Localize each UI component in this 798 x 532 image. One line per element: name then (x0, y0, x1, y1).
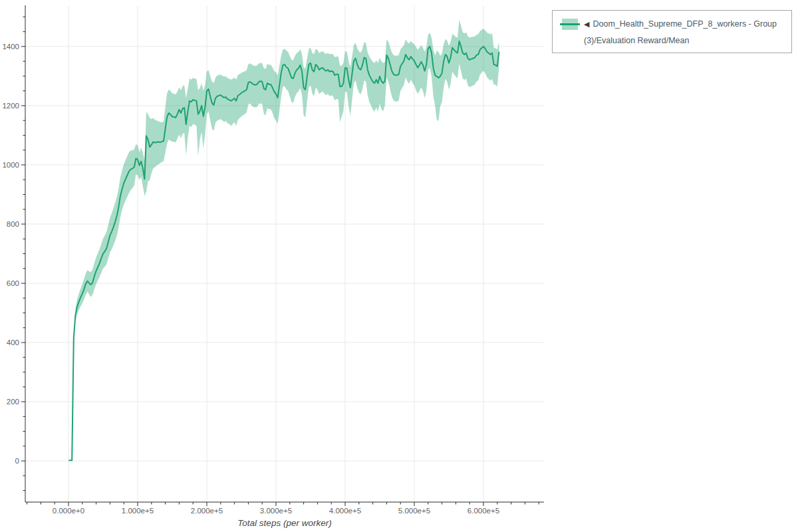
y-tick-label: 200 (7, 398, 19, 406)
legend-box: ◀Doom_Health_Supreme_DFP_8_workers - Gro… (552, 10, 792, 53)
mean-line (69, 41, 499, 460)
y-tick-label: 800 (7, 220, 19, 228)
x-tick-label: 6.000e+5 (467, 507, 499, 515)
y-tick-label: 600 (7, 279, 19, 287)
y-tick-label: 1400 (2, 43, 19, 51)
tick-labels: 0.000e+01.000e+52.000e+53.000e+54.000e+5… (2, 43, 499, 515)
x-tick-label: 1.000e+5 (122, 507, 154, 515)
y-tick-label: 0 (15, 457, 19, 465)
legend-line-swatch (560, 23, 580, 25)
confidence-band (75, 20, 499, 322)
legend-series-swatch (560, 19, 580, 30)
x-axis-title: Total steps (per worker) (237, 518, 331, 528)
x-tick-label: 0.000e+0 (53, 507, 84, 515)
y-tick-label: 400 (7, 338, 19, 346)
legend-item[interactable]: ◀Doom_Health_Supreme_DFP_8_workers - Gro… (584, 16, 785, 49)
legend-series-label: Doom_Health_Supreme_DFP_8_workers - Grou… (584, 19, 777, 45)
y-tick-label: 1000 (2, 161, 19, 169)
x-tick-label: 4.000e+5 (329, 507, 361, 515)
x-tick-label: 3.000e+5 (260, 507, 292, 515)
chart-page: 0.000e+01.000e+52.000e+53.000e+54.000e+5… (0, 0, 798, 532)
legend-collapse-icon[interactable]: ◀ (584, 20, 589, 28)
x-tick-label: 2.000e+5 (191, 507, 223, 515)
reward-chart[interactable]: 0.000e+01.000e+52.000e+53.000e+54.000e+5… (0, 0, 798, 532)
x-tick-label: 5.000e+5 (398, 507, 430, 515)
y-tick-label: 1200 (2, 102, 19, 110)
